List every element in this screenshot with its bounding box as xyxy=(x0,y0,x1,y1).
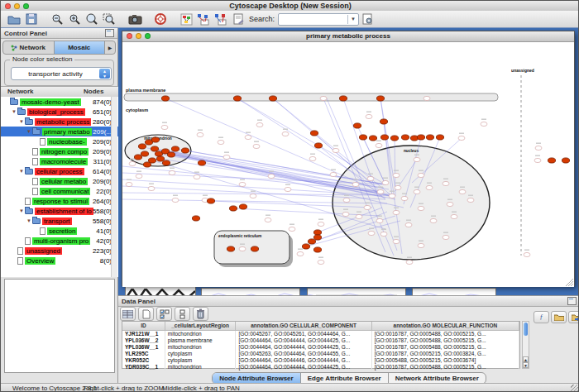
small-network-node[interactable] xyxy=(197,132,203,136)
import-attributes-button[interactable] xyxy=(551,311,567,323)
small-network-node[interactable] xyxy=(405,222,412,227)
network-node[interactable] xyxy=(171,146,179,151)
small-network-node[interactable] xyxy=(136,174,142,178)
small-network-node[interactable] xyxy=(318,222,324,226)
small-network-node[interactable] xyxy=(418,243,424,247)
small-network-node[interactable] xyxy=(389,194,395,198)
combo-stepper-icon[interactable]: ▲▼ xyxy=(99,69,110,79)
network-node[interactable] xyxy=(313,230,321,235)
small-network-node[interactable] xyxy=(382,180,389,184)
table-cell[interactable]: [GO:0016787, GO:0005488, GO:0005215, G..… xyxy=(372,337,519,344)
network-node[interactable] xyxy=(308,239,315,244)
small-network-node[interactable] xyxy=(129,161,136,165)
table-cell[interactable]: mitochondrion xyxy=(165,364,237,370)
network-node[interactable] xyxy=(302,244,309,249)
small-network-node[interactable] xyxy=(245,135,251,139)
small-network-node[interactable] xyxy=(364,205,371,209)
network-node[interactable] xyxy=(141,151,148,156)
edit-network-nodes-button[interactable] xyxy=(195,12,212,26)
unselect-all-attributes-button[interactable] xyxy=(175,307,190,321)
scrollbar-thumb[interactable] xyxy=(524,323,528,336)
small-network-node[interactable] xyxy=(256,122,263,127)
column-header-cellularlayoutregion[interactable]: _cellularLayoutRegion xyxy=(165,322,237,330)
small-network-node[interactable] xyxy=(414,189,420,194)
help-button[interactable] xyxy=(152,12,169,26)
tree-header-nodes[interactable]: Nodes xyxy=(84,88,103,95)
tree-row-multi-organism-pro[interactable]: multi-organism pro42(0) xyxy=(1,236,118,246)
tree-row-cell-communicat[interactable]: cell communicat22(0) xyxy=(1,186,118,196)
node-color-select[interactable]: transporter activity ▲▼ xyxy=(11,67,112,80)
small-network-node[interactable] xyxy=(376,218,383,222)
small-network-node[interactable] xyxy=(250,194,256,198)
table-row-ylr295c[interactable]: YLR295Ccytoplasm[GO:0045263, GO:0044464,… xyxy=(122,351,519,357)
network-node[interactable] xyxy=(380,119,387,124)
network-node[interactable] xyxy=(417,135,424,140)
network-node[interactable] xyxy=(269,96,276,101)
select-all-attributes-button[interactable] xyxy=(156,307,172,321)
tree-row-macromolecule[interactable]: macromolecule311(0) xyxy=(1,156,118,166)
column-header-annotation-go-molecular-function[interactable]: annotation.GO MOLECULAR_FUNCTION xyxy=(372,322,519,330)
small-network-node[interactable] xyxy=(282,131,289,136)
network-node[interactable] xyxy=(310,131,318,136)
open-session-button[interactable] xyxy=(6,12,22,26)
network-node[interactable] xyxy=(151,137,159,142)
search-dropdown-arrow[interactable]: ▼ xyxy=(347,15,358,24)
tree-row-nucleobase[interactable]: nucleobase-209(0) xyxy=(1,136,118,146)
scroll-down-arrow[interactable]: ▼ xyxy=(523,362,529,368)
table-row-ypl036w-2[interactable]: YPL036W__2plasma membrane[GO:0044464, GO… xyxy=(122,337,519,344)
small-network-node[interactable] xyxy=(401,196,408,200)
resize-grip[interactable] xyxy=(571,385,579,392)
network-view-window[interactable]: primary metabolic process plasma membran… xyxy=(122,31,575,286)
small-network-node[interactable] xyxy=(330,172,337,176)
edit-network-edges-button[interactable] xyxy=(213,12,229,26)
table-cell[interactable]: YKR052C xyxy=(122,357,165,364)
float-panel-icon[interactable] xyxy=(567,297,577,305)
tree-row-overview[interactable]: Overview8(0) xyxy=(1,256,118,265)
small-network-node[interactable] xyxy=(169,170,175,174)
table-cell[interactable]: mitochondrion xyxy=(165,344,237,351)
network-node[interactable] xyxy=(207,198,214,203)
tree-row-unassigned[interactable]: unassigned223(0) xyxy=(1,246,118,256)
table-cell[interactable]: YJR121W__1 xyxy=(122,331,165,337)
small-network-node[interactable] xyxy=(393,210,400,214)
small-network-node[interactable] xyxy=(342,212,349,216)
table-cell[interactable]: [GO:0044464, GO:0044446, GO:0044444, G..… xyxy=(236,357,371,364)
tree-row-nitrogen-compo[interactable]: nitrogen compo209(0) xyxy=(1,146,118,156)
select-attributes-button[interactable] xyxy=(120,307,136,321)
table-cell[interactable]: YDR039C__1 xyxy=(122,364,165,370)
more-tabs-button[interactable]: ▶ xyxy=(105,45,115,50)
table-cell[interactable]: plasma membrane xyxy=(165,337,237,344)
tree-row-establishment-of-lo[interactable]: ▼establishment of lo558(0) xyxy=(1,206,118,216)
zoom-out-button[interactable] xyxy=(49,12,65,26)
small-network-node[interactable] xyxy=(481,122,487,126)
formula-builder-button[interactable]: ƒ xyxy=(534,311,549,323)
small-network-node[interactable] xyxy=(366,114,372,118)
network-node[interactable] xyxy=(339,96,347,101)
table-cell[interactable]: [GO:0005488, GO:0005215, GO:0003674] xyxy=(372,357,519,364)
small-network-node[interactable] xyxy=(458,136,465,140)
small-network-node[interactable] xyxy=(459,189,466,194)
small-network-node[interactable] xyxy=(414,157,420,161)
small-network-node[interactable] xyxy=(239,182,246,186)
small-network-node[interactable] xyxy=(318,260,324,264)
network-node[interactable] xyxy=(192,216,199,221)
small-network-node[interactable] xyxy=(376,143,382,147)
small-network-node[interactable] xyxy=(285,187,291,191)
float-panel-icon[interactable] xyxy=(105,29,114,37)
table-cell[interactable]: [GO:0044464, GO:0044444, GO:0044425, G..… xyxy=(236,344,371,351)
network-node[interactable] xyxy=(380,135,388,140)
birdseye-view[interactable] xyxy=(4,279,115,373)
small-network-node[interactable] xyxy=(393,239,400,243)
small-network-node[interactable] xyxy=(377,189,384,194)
network-node[interactable] xyxy=(353,123,361,128)
network-node[interactable] xyxy=(239,204,246,209)
small-network-node[interactable] xyxy=(223,155,230,159)
tree-expander-icon[interactable]: ▼ xyxy=(11,109,17,114)
tree-row-cellular-process[interactable]: ▼cellular process614(0) xyxy=(1,166,118,176)
small-network-node[interactable] xyxy=(430,218,437,222)
background-window-fragment[interactable] xyxy=(201,288,300,295)
network-node[interactable] xyxy=(251,246,258,251)
column-header-annotation-go-cellular-component[interactable]: annotation.GO CELLULAR_COMPONENT xyxy=(236,322,371,330)
network-node[interactable] xyxy=(233,96,241,101)
network-node[interactable] xyxy=(198,160,205,165)
